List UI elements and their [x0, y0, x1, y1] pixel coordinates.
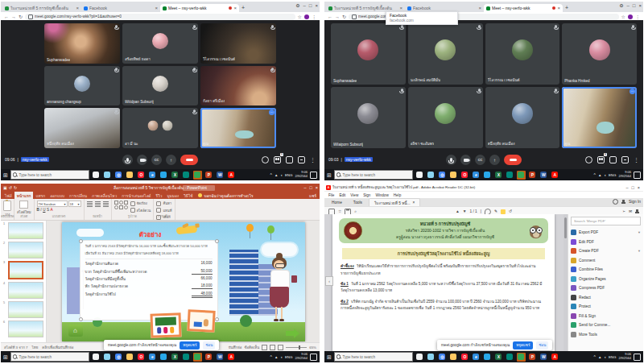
tray-expand-icon[interactable]: ^	[270, 354, 272, 359]
url-field[interactable]: meet.google.com/nsy-verfo-wkk?pli=1&auth…	[25, 14, 295, 20]
bookmark-star-icon[interactable]: ☆	[298, 14, 302, 19]
present-button[interactable]: ↑	[166, 155, 176, 165]
align-left-icon[interactable]	[87, 201, 93, 207]
powerpoint-taskbar-icon[interactable]: P	[204, 353, 213, 362]
comments-toggle[interactable]: ข้อคิดเห็น	[244, 345, 259, 350]
tool-item[interactable]: Send for Comme...	[571, 321, 641, 330]
tab-close-icon[interactable]: ×	[557, 6, 560, 10]
reload-icon[interactable]: ↻	[342, 14, 346, 19]
chrome-taskbar-icon[interactable]: ◎	[438, 171, 447, 180]
menu-view[interactable]: View	[350, 193, 358, 197]
taskbar-search[interactable]: Type here to search	[334, 170, 413, 180]
maximize-button[interactable]: □	[633, 3, 636, 8]
meeting-details-button[interactable]	[262, 156, 269, 163]
taskbar-clock[interactable]: 9:062/9/2564	[295, 353, 308, 361]
previous-page-arrow[interactable]: ‹	[325, 276, 333, 286]
meeting-code[interactable]: nsy-verfo-wkk	[21, 157, 49, 162]
tab-close-icon[interactable]: ×	[478, 6, 481, 10]
tools-search-input[interactable]: Search 'Merge PDF'	[571, 217, 641, 225]
participant-tile[interactable]: อธิชา ชะอัมพร	[408, 87, 483, 148]
selection-handle[interactable]	[79, 239, 83, 243]
bookmark-star-icon[interactable]: ☆	[621, 14, 625, 19]
forward-icon[interactable]: →	[335, 14, 340, 19]
acrobat-taskbar-icon[interactable]: A	[227, 353, 236, 362]
start-button[interactable]: ⊞	[327, 172, 332, 178]
mic-button[interactable]	[122, 155, 133, 165]
opera-taskbar-icon[interactable]: O	[460, 171, 469, 180]
stop-sharing-button[interactable]: หยุดแชร์	[180, 341, 200, 350]
tab-home[interactable]: Home	[327, 199, 347, 206]
google-meet-taskbar-icon[interactable]	[506, 171, 514, 180]
excel-taskbar-icon[interactable]: X	[171, 171, 180, 180]
screen-share-taskbar-icon[interactable]	[193, 353, 202, 362]
browser-tab[interactable]: ใบงานหน่วยที่ 5 การบัญชีเบื้องต้น×	[2, 4, 81, 12]
shadow-button[interactable]: S	[47, 208, 49, 212]
example-text-box[interactable]: วันที่ 1 มกราคม 2563 มีวัสดุสำนักงาน 16,…	[80, 240, 218, 321]
browser-tab[interactable]: Meet – nsy-verfo-wkk×	[160, 4, 239, 12]
selection-handle[interactable]	[215, 317, 219, 321]
back-icon[interactable]: ←	[328, 14, 332, 19]
classroom-picture-button[interactable]	[150, 312, 181, 337]
slide-thumbnail[interactable]: 2	[3, 242, 43, 259]
close-button[interactable]: ×	[316, 185, 318, 190]
acrobat-taskbar-icon[interactable]: A	[551, 353, 559, 362]
edge-taskbar-icon[interactable]: e	[148, 171, 157, 180]
google-meet-taskbar-icon[interactable]	[506, 353, 514, 362]
tool-item[interactable]: Fill & Sign	[571, 312, 641, 321]
align-center-icon[interactable]	[95, 201, 101, 207]
participant-tile[interactable]: amnanong changsup	[44, 66, 120, 106]
google-meet-taskbar-icon[interactable]	[182, 171, 191, 180]
profile-avatar[interactable]	[304, 14, 309, 19]
tray-expand-icon[interactable]: ^	[270, 172, 272, 177]
email-icon[interactable]: ✉	[629, 209, 632, 213]
bold-button[interactable]: B	[37, 208, 39, 212]
font-size-select[interactable]: 18▾	[68, 201, 81, 207]
italic-button[interactable]: I	[40, 208, 41, 212]
notification-center-icon[interactable]	[634, 172, 641, 179]
participant-tile[interactable]: ⋯คุณ	[200, 108, 276, 148]
font-color-button[interactable]: A	[51, 208, 53, 212]
slide-sorter-icon[interactable]	[270, 345, 275, 350]
tool-item[interactable]: Edit PDF	[571, 238, 641, 247]
document-area[interactable]: หน่วยที่ 5 การปรับปรุงบัญชี รหัสวิชา 202…	[324, 214, 568, 351]
maximize-button[interactable]: □	[309, 185, 312, 190]
volume-icon[interactable]: ◖	[280, 173, 283, 177]
taskbar-search[interactable]: Type here to search	[10, 352, 89, 362]
cortana-taskbar-icon[interactable]: ○	[92, 171, 101, 180]
rotate-icon[interactable]: ↺	[509, 209, 512, 213]
camera-button[interactable]	[460, 155, 471, 165]
tool-item[interactable]: Redact	[571, 293, 641, 303]
edge-taskbar-icon[interactable]: e	[472, 171, 481, 180]
ribbon-tab[interactable]: รีวิว	[153, 192, 164, 199]
menu-window[interactable]: Window	[375, 193, 388, 197]
participant-tile[interactable]: วิไลวรรณ เวชอนันต์	[200, 23, 276, 64]
chat-button[interactable]	[286, 156, 293, 163]
maximize-button[interactable]: □	[309, 3, 312, 8]
participant-tile[interactable]: ⋯คุณ	[562, 87, 637, 148]
menu-file[interactable]: File	[328, 193, 334, 197]
quick-styles-button[interactable]: สไตล์ด่วน	[137, 208, 151, 213]
browser-menu-icon[interactable]: ⋮	[635, 14, 640, 19]
edge-taskbar-icon[interactable]: e	[472, 353, 481, 362]
ribbon-tab[interactable]: ไฟล์	[2, 192, 14, 199]
chrome-taskbar-icon[interactable]: ◎	[114, 171, 123, 180]
chat-button[interactable]	[609, 156, 617, 163]
tool-item[interactable]: Combine Files	[571, 265, 641, 275]
acrobat-taskbar-icon[interactable]: A	[227, 171, 236, 180]
participant-tile[interactable]: Suphanwadee	[331, 23, 406, 85]
opera-taskbar-icon[interactable]: O	[460, 353, 469, 362]
participant-tile[interactable]: สร้อยทิพย์ ยอดา	[122, 23, 198, 64]
tool-item[interactable]: Export PDF▼	[571, 228, 641, 238]
powerpoint-taskbar-icon[interactable]: P	[528, 171, 537, 180]
captions-button[interactable]: CC	[475, 155, 485, 165]
minimize-button[interactable]: –	[627, 3, 630, 8]
participant-tile[interactable]: กัลยา ศรีเมือง	[200, 66, 276, 106]
tab-close-icon[interactable]: ×	[233, 6, 237, 10]
participant-tile[interactable]: หนึ่งฤทัย คนเมือง	[485, 87, 560, 148]
start-button[interactable]: ⊞	[3, 172, 8, 178]
present-screen-button[interactable]	[621, 156, 629, 163]
ribbon-tab[interactable]: ออกแบบ	[47, 192, 67, 199]
tab-document[interactable]: ใบงานหน่วยที่ 5 หนี้... ×	[369, 198, 420, 206]
vertical-scrollbar[interactable]	[564, 214, 568, 351]
microsoft-store-taskbar-icon[interactable]	[427, 171, 436, 180]
